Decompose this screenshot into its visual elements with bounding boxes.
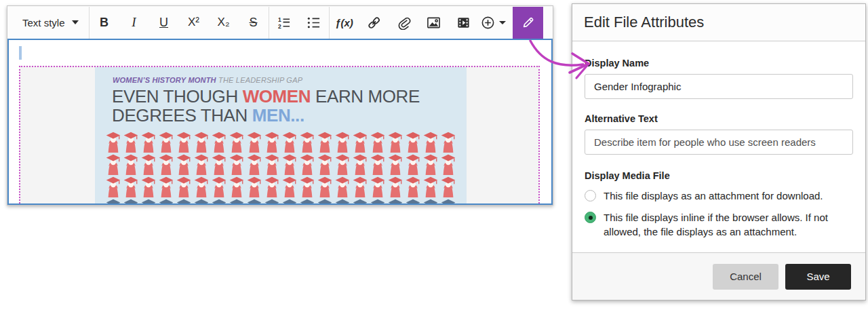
bullet-list-icon <box>307 16 321 30</box>
superscript-glyph: X² <box>188 16 199 29</box>
headline-segment: EVEN THOUGH <box>112 86 243 106</box>
infographic-image[interactable]: WOMEN’S HISTORY MONTH THE LEADERSHIP GAP… <box>95 67 467 205</box>
kicker-bold: WOMEN’S HISTORY MONTH <box>113 76 216 84</box>
superscript-button[interactable]: X² <box>179 7 209 39</box>
display-name-label: Display Name <box>585 58 853 69</box>
radio-selected-icon[interactable] <box>585 212 596 223</box>
option-text: This file displays inline if the browser… <box>604 210 853 239</box>
strikethrough-button[interactable]: S <box>239 7 269 39</box>
headline-segment: ... <box>290 105 304 125</box>
headline-segment: MEN <box>252 105 291 125</box>
headline-segment: EARN MORE <box>311 86 420 106</box>
display-media-option-2[interactable]: This file displays inline if the browser… <box>585 210 853 239</box>
bold-glyph: B <box>100 16 108 30</box>
underline-button[interactable]: U <box>149 7 179 39</box>
kicker-light: THE LEADERSHIP GAP <box>216 76 302 84</box>
panel-body: Display Name Alternative Text Display Me… <box>572 58 865 239</box>
plus-circle-icon <box>481 16 495 30</box>
bullet-list-button[interactable] <box>299 7 329 39</box>
link-icon <box>367 16 381 30</box>
graduate-row-red <box>104 176 458 198</box>
alternative-text-label: Alternative Text <box>585 113 853 124</box>
editor-content-area[interactable]: WOMEN’S HISTORY MONTH THE LEADERSHIP GAP… <box>7 39 553 205</box>
video-icon <box>456 16 471 30</box>
panel-title: Edit File Attributes <box>572 4 865 41</box>
infographic-headline: EVEN THOUGH WOMEN EARN MOREDEGREES THAN … <box>112 87 467 125</box>
math-glyph: ƒ(x) <box>335 17 353 28</box>
paperclip-icon <box>397 16 411 30</box>
bold-button[interactable]: B <box>90 7 119 39</box>
headline-line: DEGREES THAN MEN... <box>112 106 467 125</box>
insert-image-button[interactable] <box>419 7 449 39</box>
subscript-glyph: X₂ <box>218 16 230 29</box>
content-editor: Text styleBIUX²X₂S12ƒ(x) WOMEN’S HISTORY… <box>7 5 553 206</box>
radio-unselected-icon[interactable] <box>585 190 596 201</box>
graduate-row-red <box>104 131 458 153</box>
math-button[interactable]: ƒ(x) <box>330 7 359 39</box>
subscript-button[interactable]: X₂ <box>209 7 239 39</box>
italic-button[interactable]: I <box>119 7 149 39</box>
display-media-option-1[interactable]: This file displays as an attachment for … <box>585 189 853 203</box>
pencil-icon <box>521 16 535 29</box>
editor-toolbar: Text styleBIUX²X₂S12ƒ(x) <box>7 6 553 39</box>
headline-segment: DEGREES THAN <box>112 105 252 125</box>
percent-label: 60% <box>320 201 409 205</box>
cancel-button[interactable]: Cancel <box>713 264 778 290</box>
headline-segment: WOMEN <box>243 86 311 106</box>
text-cursor <box>19 46 22 60</box>
add-content-button[interactable] <box>479 7 509 39</box>
svg-text:1: 1 <box>278 16 281 22</box>
strikethrough-glyph: S <box>250 16 258 30</box>
image-icon <box>427 16 441 30</box>
insert-video-button[interactable] <box>449 7 479 39</box>
link-button[interactable] <box>359 7 389 39</box>
option-text: This file displays as an attachment for … <box>604 189 823 203</box>
graduate-row-red <box>104 153 458 176</box>
underline-glyph: U <box>159 16 168 30</box>
chevron-down-icon <box>499 21 506 24</box>
display-media-options: This file displays as an attachment for … <box>585 189 853 239</box>
graduate-figure-rows: 60% <box>104 131 458 205</box>
panel-footer: Cancel Save <box>572 252 865 300</box>
chevron-down-icon <box>72 20 79 24</box>
numbered-list-icon: 12 <box>277 16 291 30</box>
display-name-input[interactable] <box>585 74 853 99</box>
headline-line: EVEN THOUGH WOMEN EARN MORE <box>112 87 467 106</box>
numbered-list-button[interactable]: 12 <box>269 7 299 39</box>
edit-file-button[interactable] <box>513 7 543 39</box>
italic-glyph: I <box>132 15 136 30</box>
text-style-dropdown[interactable]: Text style <box>14 7 89 39</box>
edit-file-attributes-panel: Edit File Attributes Display Name Altern… <box>572 3 866 301</box>
alternative-text-input[interactable] <box>585 130 853 155</box>
text-style-label: Text style <box>22 17 65 28</box>
screen: Text styleBIUX²X₂S12ƒ(x) WOMEN’S HISTORY… <box>0 0 868 310</box>
display-media-file-label: Display Media File <box>585 170 853 181</box>
infographic-kicker: WOMEN’S HISTORY MONTH THE LEADERSHIP GAP <box>113 76 467 84</box>
attachment-button[interactable] <box>389 7 419 39</box>
save-button[interactable]: Save <box>785 264 851 290</box>
svg-text:2: 2 <box>278 23 281 30</box>
